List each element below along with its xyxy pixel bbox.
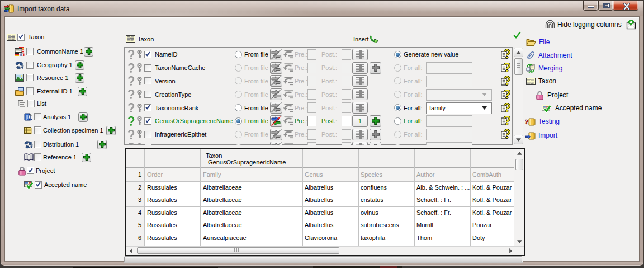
svg-text:?: ? [525,117,529,126]
